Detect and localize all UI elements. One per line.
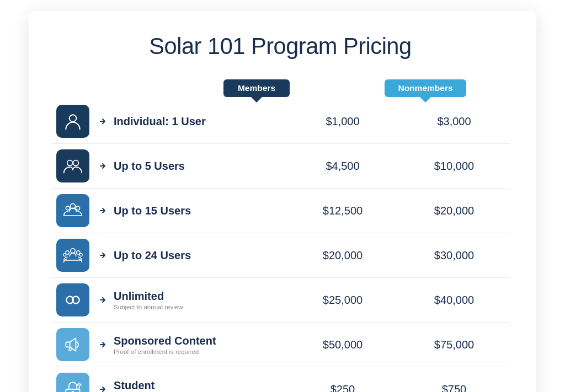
arrow-right-icon <box>98 295 108 305</box>
arrow-col <box>95 116 110 126</box>
members-price: $4,500 <box>287 160 398 173</box>
row-label: Student <box>114 379 287 392</box>
row-label: Sponsored Content <box>114 335 287 347</box>
row-sublabel: Subject to annual review <box>114 304 287 310</box>
pricing-row: Sponsored Content Proof of enrollment is… <box>51 323 510 367</box>
group-large-icon <box>56 239 89 272</box>
row-label-col: Up to 15 Users <box>110 205 287 217</box>
svg-point-2 <box>73 160 78 166</box>
row-label-col: Unlimited Subject to annual review <box>110 290 287 310</box>
row-label-col: Up to 5 Users <box>110 160 287 173</box>
arrow-right-icon <box>98 340 108 350</box>
row-label: Individual: 1 User <box>114 115 287 128</box>
rows-container: Individual: 1 User $1,000 $3,000 Up to 5… <box>51 99 510 392</box>
header-row: Members Nonmembers <box>51 79 510 97</box>
nonmembers-price: $20,000 <box>398 205 510 217</box>
nonmembers-price: $10,000 <box>398 160 510 173</box>
pricing-row: Up to 5 Users $4,500 $10,000 <box>51 144 510 189</box>
pricing-row: Individual: 1 User $1,000 $3,000 <box>51 99 510 144</box>
svg-point-0 <box>70 115 77 122</box>
group-small-icon <box>56 149 89 182</box>
row-label: Unlimited <box>114 290 287 303</box>
arrow-right-icon <box>98 384 108 392</box>
icon-col <box>51 239 95 272</box>
pricing-card: Solar 101 Program Pricing Members Nonmem… <box>29 11 536 392</box>
individual-icon <box>56 105 89 138</box>
icon-col <box>51 194 95 227</box>
svg-point-10 <box>79 254 82 256</box>
row-label: Up to 24 Users <box>114 249 287 262</box>
members-col-header: Members <box>172 79 341 97</box>
nonmembers-badge: Nonmembers <box>385 79 466 97</box>
arrow-col <box>95 340 110 350</box>
page-title: Solar 101 Program Pricing <box>51 33 510 60</box>
pricing-row: Up to 24 Users $20,000 $30,000 <box>51 233 510 278</box>
members-price: $20,000 <box>287 249 398 262</box>
row-label-col: Up to 24 Users <box>110 249 287 262</box>
svg-point-4 <box>66 206 70 210</box>
row-label-col: Individual: 1 User <box>110 115 287 128</box>
row-label: Up to 5 Users <box>114 160 287 173</box>
student-icon <box>56 373 89 392</box>
svg-point-9 <box>63 254 66 256</box>
arrow-col <box>95 295 110 305</box>
arrow-col <box>95 206 110 216</box>
nonmembers-col-header: Nonmembers <box>341 79 510 97</box>
arrow-col <box>95 384 110 392</box>
nonmembers-price: $30,000 <box>398 249 510 262</box>
arrow-right-icon <box>98 116 108 126</box>
infinite-icon <box>56 283 89 316</box>
pricing-row: Student Proof of enrollment is required … <box>51 367 510 392</box>
svg-point-8 <box>77 251 81 255</box>
members-price: $1,000 <box>287 115 398 128</box>
members-badge: Members <box>223 79 290 97</box>
row-label-col: Sponsored Content Proof of enrollment is… <box>110 335 287 355</box>
group-medium-icon <box>56 194 89 227</box>
pricing-table: Members Nonmembers Individual: 1 User $1… <box>51 79 510 392</box>
row-sublabel: Proof of enrollment is required <box>114 348 287 355</box>
svg-point-6 <box>71 249 75 253</box>
members-price: $50,000 <box>287 339 398 351</box>
row-label: Up to 15 Users <box>114 205 287 217</box>
arrow-right-icon <box>98 161 108 171</box>
nonmembers-price: $750 <box>398 383 510 393</box>
arrow-right-icon <box>98 206 108 216</box>
svg-point-7 <box>66 251 70 255</box>
pricing-row: Unlimited Subject to annual review $25,0… <box>51 278 510 323</box>
nonmembers-price: $75,000 <box>398 339 510 351</box>
svg-point-1 <box>67 160 73 166</box>
icon-col <box>51 105 95 138</box>
members-price: $25,000 <box>287 294 398 307</box>
members-price: $250 <box>287 383 398 393</box>
nonmembers-price: $40,000 <box>398 294 510 307</box>
nonmembers-price: $3,000 <box>398 115 510 128</box>
icon-col <box>51 328 95 361</box>
arrow-col <box>95 250 110 260</box>
svg-point-5 <box>76 206 79 210</box>
row-label-col: Student Proof of enrollment is required <box>110 379 287 393</box>
arrow-right-icon <box>98 250 108 260</box>
icon-col <box>51 373 95 392</box>
arrow-col <box>95 161 110 171</box>
pricing-row: Up to 15 Users $12,500 $20,000 <box>51 189 510 233</box>
icon-col <box>51 149 95 182</box>
icon-col <box>51 283 95 316</box>
megaphone-icon <box>56 328 89 361</box>
members-price: $12,500 <box>287 205 398 217</box>
